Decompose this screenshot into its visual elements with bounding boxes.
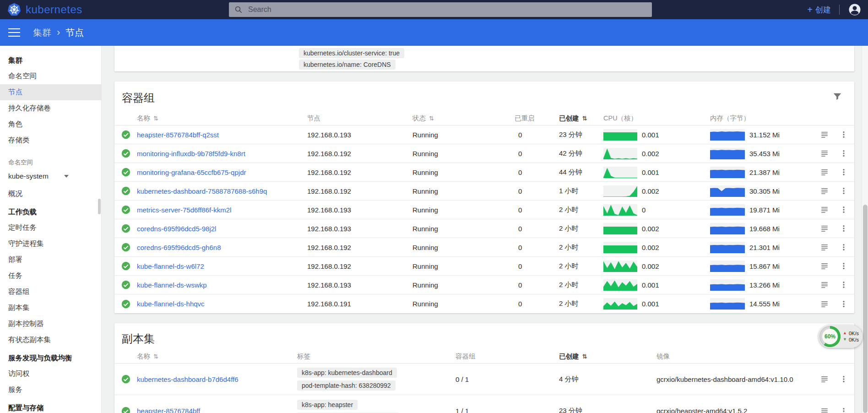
more-actions-icon[interactable]: [840, 243, 848, 251]
replicaset-name-link[interactable]: heapster-8576784bff: [137, 407, 200, 413]
more-actions-icon[interactable]: [840, 375, 848, 383]
more-actions-icon[interactable]: [840, 300, 848, 308]
more-actions-icon[interactable]: [840, 206, 848, 214]
sidebar-item-namespaces[interactable]: 命名空间: [0, 68, 101, 84]
header-divider: [839, 5, 840, 15]
row-actions: [819, 187, 855, 195]
logs-icon[interactable]: [820, 224, 829, 233]
logs-icon[interactable]: [820, 375, 829, 383]
sidebar-item-pods[interactable]: 容器组: [0, 284, 101, 300]
sidebar-item-services[interactable]: 服务: [0, 382, 101, 398]
pod-age: 2 小时: [559, 224, 603, 233]
pod-row[interactable]: kube-flannel-ds-hhqvc 192.168.0.191 Runn…: [114, 294, 854, 313]
pod-row[interactable]: kubernetes-dashboard-7588787688-s6h9q 19…: [114, 182, 854, 201]
pod-row[interactable]: monitoring-grafana-65ccfb675-qpjdr 192.1…: [114, 163, 854, 182]
logs-icon[interactable]: [820, 407, 829, 413]
memory-value: 15.867 Mi: [749, 262, 780, 270]
brand[interactable]: kubernetes: [7, 3, 82, 16]
logs-icon[interactable]: [820, 168, 829, 176]
more-actions-icon[interactable]: [840, 187, 848, 195]
breadcrumb-cluster[interactable]: 集群: [33, 27, 51, 39]
logs-icon[interactable]: [820, 149, 829, 158]
column-header-age[interactable]: 已创建⇅: [559, 352, 656, 361]
row-actions: [819, 168, 855, 176]
pod-row[interactable]: metrics-server-75d6ff86f-kkm2l 192.168.0…: [114, 201, 854, 219]
pod-name-link[interactable]: kube-flannel-ds-w6l72: [137, 262, 204, 270]
page-scrollbar-thumb[interactable]: [863, 205, 868, 413]
logs-icon[interactable]: [820, 300, 829, 308]
logs-icon[interactable]: [820, 262, 829, 270]
sidebar-item-overview[interactable]: 概况: [0, 186, 101, 202]
pod-name-link[interactable]: coredns-695f96dcd5-gh6n8: [137, 244, 221, 251]
column-header-status[interactable]: 状态⇅: [412, 114, 515, 123]
sidebar-item-daemon-sets[interactable]: 守护进程集: [0, 236, 101, 252]
sidebar-scrollbar-thumb[interactable]: [98, 199, 101, 214]
column-header-age[interactable]: 已创建⇅: [559, 114, 603, 123]
sidebar-item-nodes[interactable]: 节点: [0, 84, 101, 100]
sidebar-item-storage-classes[interactable]: 存储类: [0, 132, 101, 148]
logs-icon[interactable]: [820, 187, 829, 195]
pod-row[interactable]: kube-flannel-ds-wswkp 192.168.0.193 Runn…: [114, 276, 854, 294]
column-header-name[interactable]: 名称⇅: [137, 352, 297, 361]
more-actions-icon[interactable]: [840, 224, 848, 233]
logs-icon[interactable]: [820, 206, 829, 214]
pod-name-link[interactable]: coredns-695f96dcd5-98j2l: [137, 225, 216, 233]
pod-row[interactable]: kube-flannel-ds-w6l72 192.168.0.192 Runn…: [114, 257, 854, 276]
more-actions-icon[interactable]: [840, 149, 848, 158]
sidebar-item-roles[interactable]: 角色: [0, 116, 101, 132]
column-label: 标签: [297, 352, 310, 361]
pod-name-link[interactable]: kube-flannel-ds-hhqvc: [137, 300, 205, 308]
cpu-sparkline: [603, 298, 637, 310]
sidebar-item-stateful-sets[interactable]: 有状态副本集: [0, 332, 101, 348]
more-actions-icon[interactable]: [840, 130, 848, 139]
status-ok-icon: [121, 374, 131, 384]
row-actions: [819, 149, 855, 158]
replicaset-pods: 1 / 1: [456, 407, 559, 413]
more-actions-icon[interactable]: [840, 281, 848, 289]
row-actions: [819, 224, 855, 233]
more-actions-icon[interactable]: [840, 407, 848, 413]
pod-row[interactable]: coredns-695f96dcd5-98j2l 192.168.0.193 R…: [114, 219, 854, 238]
pod-name-link[interactable]: kube-flannel-ds-wswkp: [137, 281, 207, 289]
pod-name-link[interactable]: heapster-8576784bff-q2sst: [137, 131, 219, 139]
label-chip: pod-template-hash: 638280992: [297, 380, 396, 391]
sidebar-item-ingresses[interactable]: 访问权: [0, 366, 101, 382]
account-button[interactable]: [848, 3, 862, 16]
sidebar-item-cron-jobs[interactable]: 定时任务: [0, 220, 101, 236]
status-ok-icon: [121, 148, 131, 158]
pod-name-link[interactable]: monitoring-influxdb-9b78f5fd9-kn8rt: [137, 150, 245, 158]
pod-row[interactable]: monitoring-influxdb-9b78f5fd9-kn8rt 192.…: [114, 144, 854, 163]
logs-icon[interactable]: [820, 281, 829, 289]
pod-name-link[interactable]: metrics-server-75d6ff86f-kkm2l: [137, 206, 231, 214]
cpu-gauge: 60%: [819, 326, 841, 347]
replicaset-row[interactable]: heapster-8576784bff k8s-app: heapsterpod…: [114, 395, 854, 413]
replicaset-row[interactable]: kubernetes-dashboard-b7d6d4ff6 k8s-app: …: [114, 364, 854, 395]
logs-icon[interactable]: [820, 130, 829, 139]
create-button[interactable]: + 创建: [807, 5, 831, 15]
pod-name-link[interactable]: kubernetes-dashboard-7588787688-s6h9q: [137, 187, 267, 195]
menu-icon[interactable]: [8, 32, 20, 33]
sidebar-item-deployments[interactable]: 部署: [0, 252, 101, 268]
pod-age: 1 小时: [559, 187, 603, 196]
more-actions-icon[interactable]: [840, 262, 848, 270]
network-speeds: ▲ 0K/s ▼ 0K/s: [843, 331, 859, 342]
pod-name-link[interactable]: monitoring-grafana-65ccfb675-qpjdr: [137, 168, 246, 176]
more-actions-icon[interactable]: [840, 168, 848, 176]
label-chip: kubernetes.io/cluster-service: true: [299, 48, 404, 58]
logs-icon[interactable]: [820, 243, 829, 251]
system-monitor-overlay[interactable]: 60% ▲ 0K/s ▼ 0K/s: [819, 325, 863, 348]
pod-row[interactable]: coredns-695f96dcd5-gh6n8 192.168.0.192 R…: [114, 238, 854, 257]
sidebar-item-jobs[interactable]: 任务: [0, 268, 101, 284]
search-input[interactable]: [248, 5, 646, 14]
filter-button[interactable]: [832, 92, 842, 102]
cpu-sparkline: [603, 204, 637, 216]
column-header-name[interactable]: 名称⇅: [137, 114, 307, 123]
sidebar-item-persistent-volumes[interactable]: 持久化存储卷: [0, 100, 101, 116]
namespace-selector[interactable]: kube-system: [8, 172, 69, 180]
pod-restarts: 0: [515, 281, 559, 289]
row-actions: [819, 130, 855, 139]
sidebar-item-replica-sets[interactable]: 副本集: [0, 300, 101, 316]
replicaset-name-link[interactable]: kubernetes-dashboard-b7d6d4ff6: [137, 375, 239, 383]
sidebar-item-replication-controllers[interactable]: 副本控制器: [0, 316, 101, 332]
pod-row[interactable]: heapster-8576784bff-q2sst 192.168.0.193 …: [114, 125, 854, 144]
